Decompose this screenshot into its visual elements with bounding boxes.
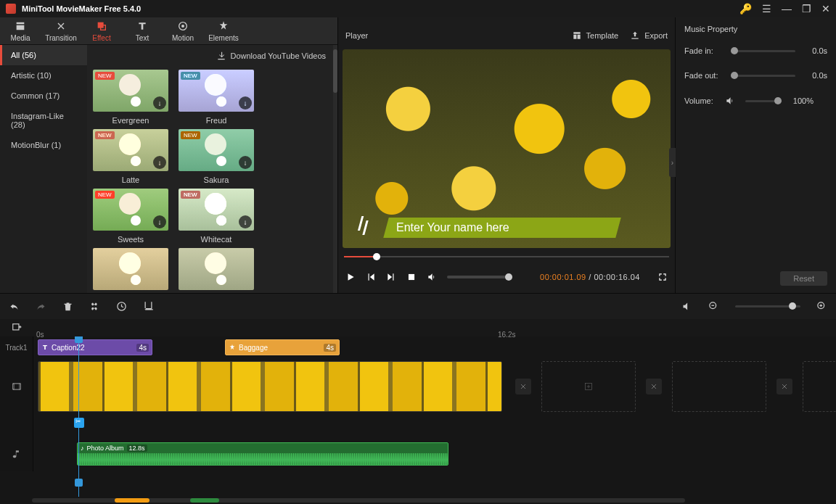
player-panel: Player Template Export Enter Your name h… <box>337 17 675 293</box>
playback-scrubber[interactable] <box>344 252 669 261</box>
new-badge: NEW <box>95 72 115 80</box>
video-track-icon <box>0 358 33 415</box>
empty-video-slot[interactable] <box>803 361 836 412</box>
svg-rect-4 <box>409 274 414 280</box>
add-track-icon[interactable] <box>0 323 33 333</box>
volume-row: Volume: 100% <box>684 96 827 106</box>
tab-motion[interactable]: Motion <box>163 17 203 44</box>
effect-item[interactable] <box>179 248 254 290</box>
template-button[interactable]: Template <box>572 30 619 41</box>
crop-icon[interactable] <box>143 301 154 312</box>
effect-item[interactable] <box>93 248 168 290</box>
tab-text[interactable]: Text <box>122 17 163 44</box>
download-icon[interactable] <box>153 156 166 169</box>
effect-item-freud[interactable]: NEWFreud <box>179 70 254 125</box>
text-overlay: Enter Your name here <box>383 218 621 238</box>
properties-title: Music Property <box>684 25 827 33</box>
scroll-segment <box>115 498 149 503</box>
main-tabs: Media Transition Effect Text Motion Elem… <box>0 17 337 45</box>
track-label: Track1 <box>0 336 33 358</box>
download-icon[interactable] <box>239 215 252 228</box>
element-clip[interactable]: Baggage4s <box>225 339 340 355</box>
category-all[interactable]: All (56) <box>0 45 87 65</box>
next-frame-icon[interactable] <box>386 272 396 282</box>
category-common[interactable]: Common (17) <box>0 86 87 106</box>
empty-video-slot[interactable] <box>672 361 766 412</box>
volume-slider[interactable] <box>447 276 512 278</box>
stop-icon[interactable] <box>406 272 417 282</box>
effect-item-whitecat[interactable]: NEWWhitecat <box>179 189 254 244</box>
download-icon[interactable] <box>239 96 252 110</box>
library-panel: Media Transition Effect Text Motion Elem… <box>0 17 337 293</box>
redo-icon[interactable] <box>36 301 46 312</box>
tab-effect[interactable]: Effect <box>81 17 122 44</box>
volume-icon[interactable] <box>427 272 437 282</box>
empty-video-slot[interactable] <box>541 361 636 412</box>
volume-prop-slider[interactable] <box>745 100 782 102</box>
svg-rect-10 <box>12 384 14 389</box>
category-instagram[interactable]: Instagram-Like (28) <box>0 106 87 135</box>
category-motionblur[interactable]: MotionBlur (1) <box>0 135 87 155</box>
tab-transition[interactable]: Transition <box>41 17 81 44</box>
download-icon[interactable] <box>153 215 166 228</box>
speaker-icon[interactable] <box>725 96 735 106</box>
app-title: MiniTool MovieMaker Free 5.4.0 <box>22 4 739 13</box>
app-logo-icon <box>6 4 16 14</box>
category-artistic[interactable]: Artistic (10) <box>0 65 87 86</box>
time-display: 00:00:01.09 / 00:00:16.04 <box>540 273 640 281</box>
transition-slot-icon[interactable] <box>515 379 531 394</box>
fade-in-slider[interactable] <box>731 50 795 52</box>
video-clip[interactable] <box>38 361 502 412</box>
zoom-slider[interactable] <box>735 305 800 307</box>
tab-elements[interactable]: Elements <box>203 17 244 44</box>
svg-rect-8 <box>13 324 19 330</box>
minimize-icon[interactable]: — <box>782 3 792 15</box>
svg-point-3 <box>181 25 184 28</box>
effect-item-evergreen[interactable]: NEWEvergreen <box>93 70 168 125</box>
fullscreen-icon[interactable] <box>657 272 668 282</box>
fade-out-slider[interactable] <box>731 75 795 77</box>
download-youtube-link[interactable]: Download YouTube Videos <box>87 45 333 67</box>
reset-button[interactable]: Reset <box>780 271 827 286</box>
speed-icon[interactable] <box>116 301 127 312</box>
player-preview[interactable]: Enter Your name here <box>343 49 671 248</box>
export-button[interactable]: Export <box>630 30 668 41</box>
zoom-in-icon[interactable] <box>816 301 827 312</box>
timeline-panel: 0s 16.2s Track1 Caption224s Baggage4s <box>0 293 836 504</box>
title-bar: MiniTool MovieMaker Free 5.4.0 🔑 ☰ — ❐ ✕ <box>0 0 836 17</box>
timeline-scrollbar[interactable] <box>0 497 836 504</box>
player-title: Player <box>345 31 368 40</box>
timeline-mute-icon[interactable] <box>681 301 692 312</box>
playhead[interactable] <box>78 336 79 497</box>
timeline-tracks[interactable]: Track1 Caption224s Baggage4s <box>0 336 836 497</box>
properties-panel: › Music Property Fade in: 0.0s Fade out:… <box>675 17 836 293</box>
close-icon[interactable]: ✕ <box>821 3 830 15</box>
collapse-handle-icon[interactable]: › <box>669 148 676 177</box>
split-icon[interactable] <box>89 301 100 312</box>
effect-item-sakura[interactable]: NEWSakura <box>179 129 254 184</box>
prev-frame-icon[interactable] <box>366 272 376 282</box>
transition-slot-icon[interactable] <box>646 379 662 394</box>
scroll-segment <box>190 498 219 503</box>
transition-slot-icon[interactable] <box>776 379 792 394</box>
tab-media[interactable]: Media <box>0 17 41 44</box>
playhead-split-icon[interactable] <box>74 418 84 428</box>
audio-track-icon <box>0 437 33 471</box>
fade-in-row: Fade in: 0.0s <box>684 46 827 55</box>
caption-clip[interactable]: Caption224s <box>38 339 152 355</box>
audio-clip[interactable]: ♪Photo Album12.8s <box>77 442 448 466</box>
menu-icon[interactable]: ☰ <box>762 3 771 15</box>
effect-item-sweets[interactable]: NEWSweets <box>93 189 168 244</box>
zoom-out-icon[interactable] <box>708 301 719 312</box>
effect-item-latte[interactable]: NEWLatte <box>93 129 168 184</box>
download-icon[interactable] <box>239 156 252 169</box>
maximize-icon[interactable]: ❐ <box>802 3 811 15</box>
svg-rect-11 <box>19 384 20 389</box>
undo-icon[interactable] <box>9 301 20 312</box>
license-key-icon[interactable]: 🔑 <box>739 3 752 15</box>
play-icon[interactable] <box>345 272 356 282</box>
delete-icon[interactable] <box>62 301 73 312</box>
category-list: All (56) Artistic (10) Common (17) Insta… <box>0 45 87 293</box>
effect-grid: NEWEvergreen NEWFreud NEWLatte NEWSakura… <box>87 67 333 293</box>
download-icon[interactable] <box>153 96 166 110</box>
